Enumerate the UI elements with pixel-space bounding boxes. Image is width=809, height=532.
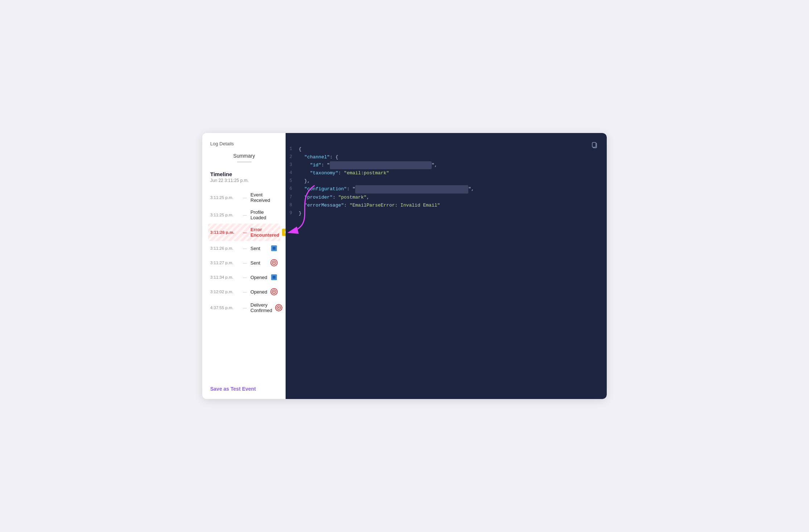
svg-point-9 (273, 291, 275, 292)
time-sent-1: 3:11:26 p.m. (210, 246, 239, 250)
timeline-item-delivery-confirmed[interactable]: 4:37:55 p.m. — Delivery Confirmed (210, 299, 278, 316)
label-error-encountered: Error Encountered (250, 227, 279, 238)
code-line-2: 2 "channel": { (286, 153, 600, 161)
timeline-item-error-encountered[interactable]: 3:11:26 p.m. — Error Encountered P (208, 224, 280, 241)
code-line-6: 6 "configuration": "████████████████████… (286, 185, 600, 193)
summary-label: Summary (210, 153, 278, 159)
left-panel: Log Details Summary Timeline Jun 22 3:11… (202, 133, 286, 399)
code-line-4: 4 "taxonomy": "email:postmark" (286, 169, 600, 177)
timeline-item-event-received[interactable]: 3:11:25 p.m. — Event Received (210, 189, 278, 206)
label-opened-2: Opened (250, 289, 267, 295)
code-line-5: 5 }, (286, 177, 600, 185)
summary-divider (237, 162, 252, 162)
code-line-1: 1 { (286, 145, 600, 153)
label-sent-1: Sent (250, 246, 267, 251)
target-icon-opened-2 (270, 288, 278, 296)
label-delivery-confirmed: Delivery Confirmed (250, 302, 272, 313)
svg-point-12 (278, 307, 279, 308)
timeline-item-sent-2[interactable]: 3:11:27 p.m. — Sent (210, 255, 278, 270)
code-area: 1 { 2 "channel": { 3 "id": "████████████… (286, 140, 600, 223)
log-details-title: Log Details (210, 141, 278, 146)
summary-section: Summary (210, 153, 278, 169)
timeline-item-sent-1[interactable]: 3:11:26 p.m. — Sent (210, 241, 278, 255)
timeline-item-opened-1[interactable]: 3:11:34 p.m. — Opened (210, 270, 278, 284)
svg-point-4 (273, 262, 275, 263)
timeline-item-opened-2[interactable]: 3:12:02 p.m. — Opened (210, 284, 278, 299)
blue-square-icon-2 (270, 273, 278, 281)
code-line-8: 8 "errorMessage": "EmailParseError: Inva… (286, 201, 600, 209)
timeline-title: Timeline (210, 171, 278, 177)
time-sent-2: 3:11:27 p.m. (210, 261, 239, 265)
timeline-date: Jun 22 3:11:25 p.m. (210, 178, 278, 183)
time-error-encountered: 3:11:26 p.m. (210, 230, 239, 234)
time-event-received: 3:11:25 p.m. (210, 195, 239, 200)
label-profile-loaded: Profile Loaded (250, 209, 278, 220)
time-opened-1: 3:11:34 p.m. (210, 275, 239, 279)
copy-icon[interactable] (589, 140, 600, 151)
target-icon-delivery (275, 304, 282, 312)
save-as-test-event-button[interactable]: Save as Test Event (210, 379, 278, 392)
label-event-received: Event Received (250, 192, 278, 203)
svg-rect-6 (273, 276, 275, 279)
code-line-7: 7 "provider": "postmark", (286, 194, 600, 201)
right-panel: 1 { 2 "channel": { 3 "id": "████████████… (286, 133, 607, 399)
time-profile-loaded: 3:11:25 p.m. (210, 213, 239, 217)
svg-rect-14 (592, 142, 596, 147)
main-container: Log Details Summary Timeline Jun 22 3:11… (202, 133, 607, 399)
svg-rect-1 (273, 247, 275, 250)
blue-square-icon-1 (270, 244, 278, 252)
timeline-item-profile-loaded[interactable]: 3:11:25 p.m. — Profile Loaded (210, 206, 278, 224)
target-icon-sent-2 (270, 259, 278, 267)
code-line-9: 9 } (286, 209, 600, 217)
label-opened-1: Opened (250, 275, 267, 280)
time-opened-2: 3:12:02 p.m. (210, 290, 239, 294)
timeline-items: 3:11:25 p.m. — Event Received 3:11:25 p.… (210, 189, 278, 379)
time-delivery-confirmed: 4:37:55 p.m. (210, 306, 239, 310)
label-sent-2: Sent (250, 260, 267, 266)
code-line-3: 3 "id": "███████████████████████████████… (286, 161, 600, 169)
